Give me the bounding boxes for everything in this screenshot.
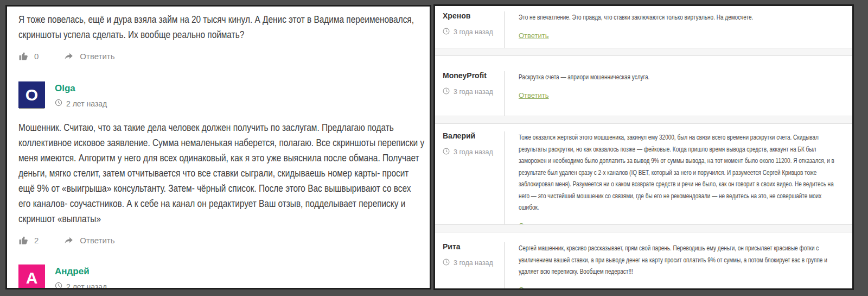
clock-icon [55,99,62,108]
like-count: 0 [34,52,39,61]
comment-row: Рита 3 года назад Сергей машенник, краси… [435,232,852,290]
comment-text: Тоже оказался жертвой этого мошшеника, з… [519,131,843,213]
comment-text: Раскрутка счета — априори мошенническая … [519,71,843,83]
author-name: Валерий [443,131,505,140]
comment-actions: 2 Ответить [18,234,421,246]
comment-text: Мошенник. Считаю, что за такие дела чело… [18,120,424,226]
comment-meta: 3 года назад [443,28,505,36]
comment-meta: 3 года назад [443,259,505,267]
comment-header: O Olga 2 лет назад [18,81,421,108]
comment-author-info: MoneyProfit 3 года назад [435,71,505,116]
like-count: 2 [34,236,39,245]
comment-author-info: Olga 2 лет назад [55,81,107,108]
comment-text: Это не впечатление. Это правда, что став… [519,11,843,23]
comment-author-info: Андрей 2 лет назад [55,264,107,289]
comment-body: Раскрутка счета — априори мошенническая … [505,71,852,116]
comment-timestamp: 3 года назад [454,148,493,156]
reply-button[interactable]: Ответить [63,235,114,245]
comment-text: Сергей машенник, красиво рассказывает, п… [519,242,843,278]
author-name: Андрей [55,266,107,277]
comment-meta: 3 года назад [443,87,505,96]
left-comments-panel: Я тоже повелась, ещё и дура взяла займ н… [5,5,431,289]
reply-button-label: Ответить [80,236,114,245]
reply-link[interactable]: Ответить [519,91,549,99]
avatar: O [18,81,45,108]
like-button[interactable]: 2 [18,235,39,245]
thumbs-up-icon [18,51,29,61]
comment-header: A Андрей 2 лет назад [18,264,421,289]
comment-row: MoneyProfit 3 года назад Раскрутка счета… [435,56,852,116]
clock-icon [443,87,450,96]
author-name: MoneyProfit [443,71,505,80]
clock-icon [443,148,450,156]
avatar: A [18,264,45,289]
author-name: Olga [55,83,107,94]
comment-author-info: Валерий 3 года назад [435,131,505,224]
reply-link[interactable]: Ответить [519,32,549,40]
author-name: Рита [443,242,505,251]
comment-body: Это не впечатление. Это правда, что став… [505,11,852,48]
comment-meta: 3 года назад [443,148,505,156]
comment-author-info: Хренов 3 года назад [435,11,505,48]
comment-row: Хренов 3 года назад Это не впечатление. … [435,6,852,48]
comment-author-info: Рита 3 года назад [435,242,505,290]
comment-timestamp: 2 лет назад [66,282,107,290]
clock-icon [443,28,450,36]
reply-arrow-icon [63,235,74,245]
reply-link[interactable]: Ответить [519,286,549,291]
comment-row: Валерий 3 года назад Тоже оказался жертв… [435,124,852,224]
reply-button-label: Ответить [80,52,114,61]
clock-icon [443,259,450,267]
comment-body: Тоже оказался жертвой этого мошшеника, з… [505,131,852,224]
separator [435,116,852,124]
reply-link[interactable]: Ответить [519,222,549,225]
reply-arrow-icon [63,51,74,61]
comment-meta: 2 лет назад [55,99,107,108]
separator [435,48,852,56]
comment-body: Сергей машенник, красиво рассказывает, п… [505,242,852,290]
comment-text: Я тоже повелась, ещё и дура взяла займ н… [18,12,424,42]
like-button[interactable]: 0 [18,51,39,61]
author-name: Хренов [443,11,505,20]
comment-timestamp: 3 года назад [454,88,493,96]
comment-meta: 2 лет назад [55,282,107,289]
thumbs-up-icon [18,235,29,245]
comment-timestamp: 3 года назад [454,28,493,36]
clock-icon [55,282,62,289]
comment-actions: 0 Ответить [18,50,421,62]
separator [435,224,852,232]
comment-timestamp: 2 лет назад [66,99,107,108]
comment-timestamp: 3 года назад [454,259,493,267]
right-comments-panel: Хренов 3 года назад Это не впечатление. … [433,4,854,290]
reply-button[interactable]: Ответить [63,51,114,61]
